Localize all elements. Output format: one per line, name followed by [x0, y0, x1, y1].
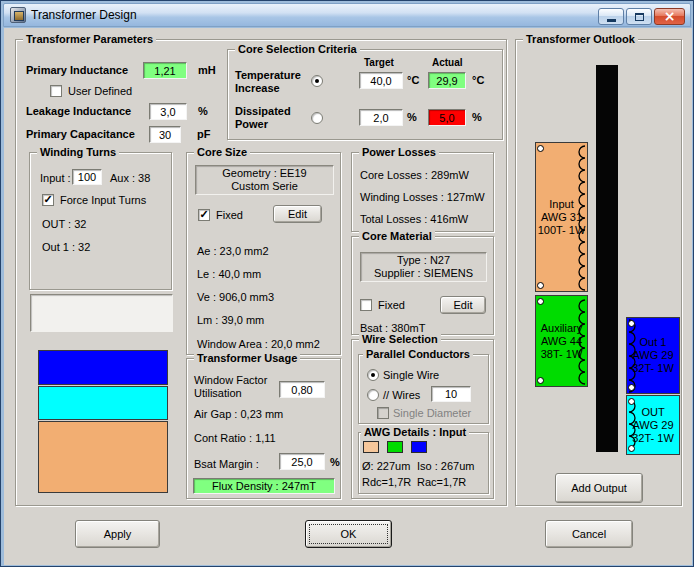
out-turns-text: OUT : 32	[42, 218, 86, 231]
group-transformer-outlook: Transformer Outlook Input AWG 31 100T- 1…	[515, 39, 682, 506]
core-material-supplier: Supplier : SIEMENS	[374, 267, 473, 280]
add-output-button[interactable]: Add Output	[555, 473, 643, 503]
bsat-margin-field[interactable]: 25,0	[279, 453, 325, 470]
close-icon: ×	[664, 9, 676, 24]
window-title: Transformer Design	[31, 8, 137, 22]
core-size-fixed-checkbox[interactable]: ✓	[198, 209, 210, 221]
power-target-field[interactable]: 2,0	[359, 109, 403, 126]
single-wire-label: Single Wire	[383, 369, 439, 382]
user-defined-checkbox[interactable]	[50, 85, 62, 97]
force-input-turns-checkbox[interactable]: ✓	[42, 194, 54, 206]
group-core-material: Core Material Type : N27 Supplier : SIEM…	[351, 236, 494, 335]
core-material-legend: Core Material	[359, 229, 435, 243]
transformer-usage-legend: Transformer Usage	[194, 351, 300, 365]
flux-density-value: Flux Density : 247mT	[193, 478, 335, 494]
group-awg-details: AWG Details : Input Ø: 227um Iso : 267um…	[358, 432, 489, 494]
total-losses-text: Total Losses : 416mW	[360, 213, 468, 226]
app-icon	[10, 7, 26, 23]
winding-turns-legend: Winding Turns	[37, 145, 119, 159]
winding-input[interactable]: Input AWG 31 100T- 1W	[535, 142, 588, 292]
terminal-icon	[628, 320, 635, 327]
parallel-wires-radio[interactable]	[367, 389, 379, 401]
primary-capacitance-field[interactable]: 30	[149, 126, 181, 143]
parallel-wires-count-field[interactable]: 10	[431, 386, 471, 402]
primary-capacitance-unit: pF	[197, 128, 210, 141]
user-defined-label: User Defined	[68, 85, 132, 98]
temperature-increase-radio[interactable]	[311, 75, 323, 87]
group-wire-selection: Wire Selection Parallel Conductors Singl…	[351, 339, 494, 499]
group-power-losses: Power Losses Core Losses : 289mW Winding…	[351, 152, 494, 232]
temperature-actual-unit: °C	[472, 74, 484, 87]
wire-rdc-text: Rdc=1,7R	[362, 476, 411, 489]
winding-losses-text: Winding Losses : 127mW	[360, 191, 485, 204]
input-turns-field[interactable]: 100	[72, 169, 102, 185]
dissipated-power-radio[interactable]	[311, 112, 323, 124]
terminal-icon	[628, 445, 635, 452]
coil-icon	[575, 143, 587, 293]
winding-bar-blue	[38, 350, 168, 385]
parallel-conductors-legend: Parallel Conductors	[363, 347, 473, 361]
core-material-fixed-label: Fixed	[378, 299, 405, 312]
winding-bar-orange	[38, 421, 168, 493]
winding-auxiliary[interactable]: Auxiliary AWG 44 38T- 1W	[535, 295, 588, 387]
power-target-unit: %	[407, 111, 417, 124]
terminal-icon	[537, 377, 544, 384]
wire-diameter-text: Ø: 227um	[362, 460, 410, 473]
transformer-outlook-legend: Transformer Outlook	[523, 32, 638, 46]
wire-selection-legend: Wire Selection	[359, 332, 441, 346]
checkmark-icon: ✓	[199, 208, 208, 220]
core-size-edit-button[interactable]: Edit	[273, 205, 322, 223]
core-lm-text: Lm : 39,0 mm	[197, 314, 264, 327]
window-factor-field[interactable]: 0,80	[279, 381, 325, 398]
winding-name: Out 1	[640, 336, 667, 349]
primary-inductance-field[interactable]: 1,21	[143, 62, 187, 79]
wire-rac-text: Rac=1,7R	[417, 476, 466, 489]
terminal-icon	[628, 384, 635, 391]
title-bar[interactable]: Transformer Design	[3, 3, 691, 27]
core-material-fixed-checkbox[interactable]	[360, 299, 372, 311]
aux-turns-text: Aux : 38	[110, 172, 150, 185]
wire-iso-text: Iso : 267um	[417, 460, 474, 473]
coil-icon	[575, 296, 587, 388]
core-bar	[596, 65, 618, 452]
dissipated-power-label-line1: Dissipated	[235, 105, 291, 118]
air-gap-text: Air Gap : 0,23 mm	[194, 408, 283, 421]
terminal-icon	[537, 298, 544, 305]
temperature-label-line2: Increase	[235, 82, 280, 95]
winding-name: Input	[549, 198, 573, 211]
core-selection-legend: Core Selection Criteria	[235, 42, 360, 56]
core-window-area-text: Window Area : 20,0 mm2	[197, 338, 320, 351]
core-material-panel: Type : N27 Supplier : SIEMENS	[360, 252, 487, 282]
cancel-button[interactable]: Cancel	[545, 520, 633, 548]
minimize-button[interactable]	[598, 8, 624, 25]
transformer-design-window: Transformer Design × Transformer Paramet…	[0, 0, 694, 567]
winding-name: OUT	[641, 406, 664, 419]
wire-color-swatch-aux	[387, 441, 403, 453]
out1-turns-text: Out 1 : 32	[42, 241, 90, 254]
input-turns-label: Input :	[40, 172, 71, 185]
checkmark-icon: ✓	[43, 193, 52, 205]
core-material-edit-button[interactable]: Edit	[440, 296, 486, 314]
core-size-legend: Core Size	[194, 145, 250, 159]
parallel-wires-label: // Wires	[383, 389, 420, 402]
core-geometry-panel: Geometry : EE19 Custom Serie	[195, 165, 334, 195]
temperature-target-field[interactable]: 40,0	[359, 72, 403, 89]
winding-bar-cyan	[38, 386, 168, 420]
wire-color-swatch-input	[363, 441, 379, 453]
single-diameter-label: Single Diameter	[393, 407, 471, 420]
maximize-button[interactable]	[626, 8, 652, 25]
close-button[interactable]: ×	[654, 8, 685, 25]
temperature-label-line1: Temperature	[235, 69, 301, 82]
leakage-inductance-field[interactable]: 3,0	[149, 103, 187, 120]
core-material-type: Type : N27	[397, 254, 450, 267]
single-wire-radio[interactable]	[367, 369, 379, 381]
winding-out[interactable]: OUT AWG 29 32T- 1W	[626, 395, 680, 455]
cont-ratio-text: Cont Ratio : 1,11	[194, 432, 276, 445]
primary-inductance-unit: mH	[198, 64, 216, 77]
single-diameter-checkbox[interactable]	[377, 407, 389, 419]
power-losses-legend: Power Losses	[359, 145, 439, 159]
ok-button[interactable]: OK	[305, 520, 392, 548]
winding-out1[interactable]: Out 1 AWG 29 32T- 1W	[626, 317, 680, 394]
apply-button[interactable]: Apply	[75, 520, 160, 548]
minimize-icon	[607, 19, 616, 22]
